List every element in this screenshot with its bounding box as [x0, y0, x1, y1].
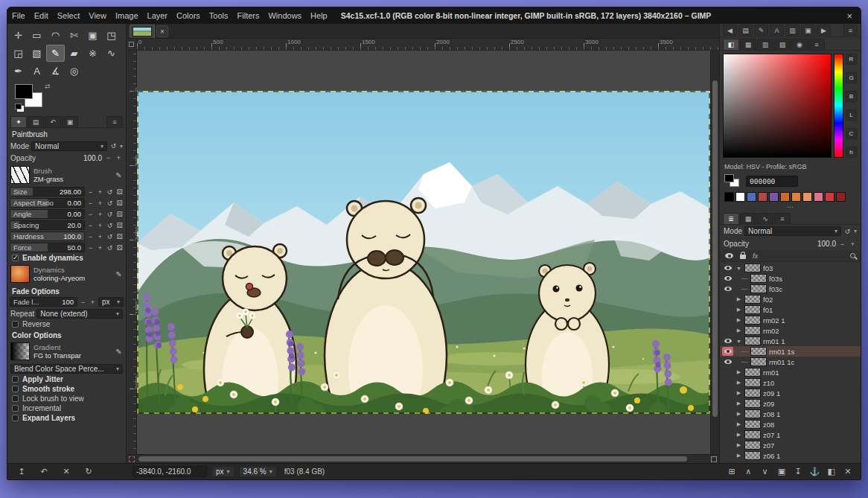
- search-icon[interactable]: [850, 253, 855, 258]
- increase-icon[interactable]: +: [96, 188, 104, 196]
- increase-icon[interactable]: +: [96, 244, 104, 252]
- layer-row[interactable]: ▶rm01: [720, 367, 861, 377]
- menu-tools[interactable]: Tools: [205, 7, 233, 24]
- lower-layer-button[interactable]: ∨: [759, 466, 772, 478]
- crop-tool[interactable]: ▣: [83, 27, 102, 44]
- layer-row[interactable]: rm01 1c: [720, 357, 861, 367]
- fade-length-bar[interactable]: Fade l... 100: [10, 297, 77, 307]
- gradient-tool[interactable]: ▧: [28, 45, 46, 62]
- reset-icon[interactable]: ↺: [106, 211, 114, 218]
- visibility-toggle[interactable]: [722, 316, 733, 325]
- visibility-toggle[interactable]: [722, 368, 733, 377]
- incremental-toggle[interactable]: Incremental: [7, 403, 126, 413]
- lock-column-icon[interactable]: [740, 255, 746, 259]
- brush-row[interactable]: Brush ZM-grass ✎: [7, 164, 126, 186]
- menu-select[interactable]: Select: [53, 7, 85, 24]
- layer-expander[interactable]: ▶: [735, 328, 742, 333]
- raise-layer-button[interactable]: ∧: [741, 466, 755, 478]
- visibility-toggle[interactable]: [722, 347, 733, 356]
- edit-brush-icon[interactable]: ✎: [115, 171, 123, 179]
- checkbox-icon[interactable]: [12, 386, 19, 392]
- menu-filters[interactable]: Filters: [233, 7, 264, 24]
- fonts-tab[interactable]: A: [770, 25, 784, 36]
- layer-opacity-decrease-icon[interactable]: −: [838, 240, 846, 248]
- layer-expander[interactable]: ▶: [735, 411, 742, 417]
- layer-row[interactable]: ▶rm02: [720, 325, 861, 336]
- color-swatch[interactable]: [802, 192, 812, 202]
- checkbox-icon[interactable]: [12, 321, 19, 328]
- fade-increase-icon[interactable]: +: [89, 299, 97, 306]
- dice-icon[interactable]: ⚄: [115, 222, 124, 229]
- layer-row[interactable]: ▼f03: [720, 263, 861, 273]
- visibility-toggle[interactable]: [722, 326, 733, 335]
- brush-thumbnail[interactable]: [10, 166, 30, 184]
- layer-row[interactable]: ▶z08: [720, 419, 861, 430]
- fg-bg-color-tab[interactable]: ◧: [723, 39, 739, 50]
- channel-c-button[interactable]: C: [846, 128, 857, 139]
- reset-icon[interactable]: ↺: [106, 188, 114, 196]
- checkbox-icon[interactable]: [12, 376, 19, 383]
- spacing-slider[interactable]: Spacing20.0−+↺⚄: [7, 220, 126, 231]
- quick-mask-toggle[interactable]: [127, 455, 137, 463]
- layer-row[interactable]: ▶f01: [720, 304, 861, 315]
- layer-expander[interactable]: ▶: [735, 380, 742, 386]
- increase-icon[interactable]: +: [96, 199, 104, 207]
- mode-switch-icon[interactable]: ↺: [109, 142, 118, 150]
- foreground-color-swatch[interactable]: [724, 174, 734, 182]
- checkbox-icon[interactable]: [12, 395, 19, 402]
- blend-space-select[interactable]: Blend Color Space Perce... ▾: [10, 364, 123, 374]
- horizontal-ruler[interactable]: 0500100015002000250030003500: [137, 39, 719, 51]
- bucket-fill-tool[interactable]: ◲: [9, 45, 28, 62]
- color-swatch[interactable]: [758, 192, 768, 202]
- lock-brush-to-view-toggle[interactable]: Lock brush to view: [7, 394, 126, 403]
- device-status-tab[interactable]: ▤: [28, 116, 44, 127]
- smooth-stroke-toggle[interactable]: Smooth stroke: [7, 384, 126, 394]
- canvas-image[interactable]: [137, 91, 710, 414]
- reset-icon[interactable]: ↺: [106, 199, 114, 207]
- reset-icon[interactable]: ↺: [106, 233, 114, 240]
- layer-row[interactable]: ▶f02: [720, 294, 861, 304]
- visibility-toggle[interactable]: [722, 284, 733, 293]
- default-colors-icon[interactable]: [15, 103, 22, 109]
- dice-icon[interactable]: ⚄: [115, 233, 124, 240]
- visibility-toggle[interactable]: [722, 305, 733, 314]
- free-select-tool[interactable]: ◠: [46, 27, 65, 44]
- decrease-icon[interactable]: −: [86, 211, 95, 218]
- layer-row[interactable]: ▶z07: [720, 440, 861, 450]
- horizontal-scrollbar[interactable]: [137, 455, 709, 463]
- image-tab[interactable]: [130, 25, 155, 38]
- more-colors-icon[interactable]: ⋯: [720, 204, 861, 211]
- channels-tab[interactable]: ▦: [740, 213, 756, 224]
- undo-history-tab[interactable]: ↶: [45, 116, 61, 127]
- visibility-toggle[interactable]: [722, 409, 733, 418]
- patterns-tab[interactable]: ▨: [774, 39, 791, 50]
- visibility-toggle[interactable]: [722, 336, 733, 345]
- dock-menu-icon[interactable]: ≡: [808, 39, 825, 50]
- navigation-preview-button[interactable]: [709, 455, 719, 463]
- dynamics-row[interactable]: Dynamics coloring-Aryeom ✎: [7, 263, 126, 285]
- unit-select[interactable]: px ▾: [211, 466, 234, 477]
- document-history-tab[interactable]: ▥: [785, 25, 800, 36]
- vertical-ruler[interactable]: 0500100015002000: [127, 51, 137, 454]
- reset-icon[interactable]: ↺: [106, 222, 114, 229]
- visibility-toggle[interactable]: [722, 399, 733, 408]
- layer-row[interactable]: ▶z08 1: [720, 409, 861, 419]
- horizontal-scrollbar-thumb[interactable]: [138, 456, 687, 462]
- increase-icon[interactable]: +: [96, 222, 104, 229]
- hue-strip[interactable]: [834, 54, 843, 158]
- color-swatch[interactable]: [724, 192, 734, 202]
- repeat-select[interactable]: None (extend) ▾: [36, 309, 123, 319]
- dynamics-thumbnail[interactable]: [10, 265, 30, 283]
- layer-expander[interactable]: ▶: [735, 369, 742, 375]
- gradients-tab[interactable]: ▥: [757, 39, 773, 50]
- reverse-toggle[interactable]: Reverse: [7, 319, 126, 329]
- unified-transform-tool[interactable]: ◳: [102, 27, 121, 44]
- save-tool-preset-button[interactable]: ↥: [15, 466, 28, 478]
- brushes-tab[interactable]: ✎: [754, 25, 768, 36]
- layer-expander[interactable]: ▶: [735, 432, 742, 438]
- color-swatch[interactable]: [747, 192, 756, 202]
- menu-view[interactable]: View: [84, 7, 111, 24]
- color-picker-tab[interactable]: ◉: [791, 39, 808, 50]
- zoom-select[interactable]: 34.6 % ▾: [239, 466, 277, 477]
- channel-b-button[interactable]: B: [846, 91, 857, 102]
